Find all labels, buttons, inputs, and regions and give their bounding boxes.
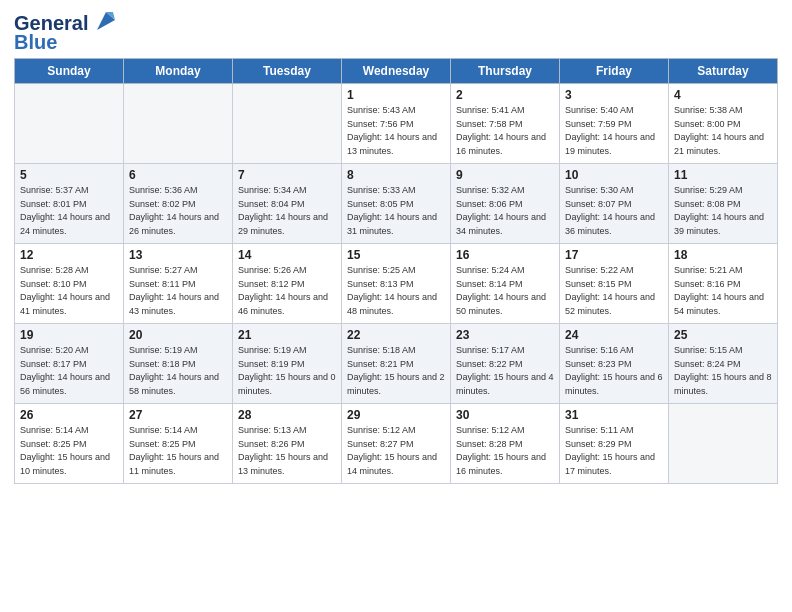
day-number: 24 bbox=[565, 328, 663, 342]
calendar-cell: 16Sunrise: 5:24 AMSunset: 8:14 PMDayligh… bbox=[451, 244, 560, 324]
calendar-cell: 18Sunrise: 5:21 AMSunset: 8:16 PMDayligh… bbox=[669, 244, 778, 324]
logo-text-general: General bbox=[14, 13, 88, 33]
header: General Blue bbox=[14, 10, 778, 52]
day-info: Sunrise: 5:24 AMSunset: 8:14 PMDaylight:… bbox=[456, 264, 554, 318]
calendar-cell: 19Sunrise: 5:20 AMSunset: 8:17 PMDayligh… bbox=[15, 324, 124, 404]
calendar-week-row: 1Sunrise: 5:43 AMSunset: 7:56 PMDaylight… bbox=[15, 84, 778, 164]
day-number: 15 bbox=[347, 248, 445, 262]
weekday-header-tuesday: Tuesday bbox=[233, 59, 342, 84]
day-info: Sunrise: 5:37 AMSunset: 8:01 PMDaylight:… bbox=[20, 184, 118, 238]
day-info: Sunrise: 5:38 AMSunset: 8:00 PMDaylight:… bbox=[674, 104, 772, 158]
day-number: 28 bbox=[238, 408, 336, 422]
day-info: Sunrise: 5:13 AMSunset: 8:26 PMDaylight:… bbox=[238, 424, 336, 478]
day-info: Sunrise: 5:22 AMSunset: 8:15 PMDaylight:… bbox=[565, 264, 663, 318]
calendar-cell: 1Sunrise: 5:43 AMSunset: 7:56 PMDaylight… bbox=[342, 84, 451, 164]
calendar-cell: 27Sunrise: 5:14 AMSunset: 8:25 PMDayligh… bbox=[124, 404, 233, 484]
day-number: 21 bbox=[238, 328, 336, 342]
day-number: 25 bbox=[674, 328, 772, 342]
calendar-cell: 3Sunrise: 5:40 AMSunset: 7:59 PMDaylight… bbox=[560, 84, 669, 164]
calendar-cell: 11Sunrise: 5:29 AMSunset: 8:08 PMDayligh… bbox=[669, 164, 778, 244]
day-info: Sunrise: 5:19 AMSunset: 8:19 PMDaylight:… bbox=[238, 344, 336, 398]
day-info: Sunrise: 5:11 AMSunset: 8:29 PMDaylight:… bbox=[565, 424, 663, 478]
calendar-cell: 25Sunrise: 5:15 AMSunset: 8:24 PMDayligh… bbox=[669, 324, 778, 404]
day-number: 20 bbox=[129, 328, 227, 342]
weekday-header-saturday: Saturday bbox=[669, 59, 778, 84]
day-number: 1 bbox=[347, 88, 445, 102]
calendar-cell: 20Sunrise: 5:19 AMSunset: 8:18 PMDayligh… bbox=[124, 324, 233, 404]
day-info: Sunrise: 5:29 AMSunset: 8:08 PMDaylight:… bbox=[674, 184, 772, 238]
day-number: 30 bbox=[456, 408, 554, 422]
day-info: Sunrise: 5:14 AMSunset: 8:25 PMDaylight:… bbox=[129, 424, 227, 478]
calendar-cell: 12Sunrise: 5:28 AMSunset: 8:10 PMDayligh… bbox=[15, 244, 124, 324]
day-number: 3 bbox=[565, 88, 663, 102]
weekday-header-row: SundayMondayTuesdayWednesdayThursdayFrid… bbox=[15, 59, 778, 84]
calendar-cell: 7Sunrise: 5:34 AMSunset: 8:04 PMDaylight… bbox=[233, 164, 342, 244]
calendar: SundayMondayTuesdayWednesdayThursdayFrid… bbox=[14, 58, 778, 484]
calendar-cell: 2Sunrise: 5:41 AMSunset: 7:58 PMDaylight… bbox=[451, 84, 560, 164]
calendar-cell: 26Sunrise: 5:14 AMSunset: 8:25 PMDayligh… bbox=[15, 404, 124, 484]
calendar-cell: 31Sunrise: 5:11 AMSunset: 8:29 PMDayligh… bbox=[560, 404, 669, 484]
day-number: 8 bbox=[347, 168, 445, 182]
calendar-cell: 10Sunrise: 5:30 AMSunset: 8:07 PMDayligh… bbox=[560, 164, 669, 244]
calendar-cell bbox=[233, 84, 342, 164]
day-info: Sunrise: 5:12 AMSunset: 8:28 PMDaylight:… bbox=[456, 424, 554, 478]
day-info: Sunrise: 5:19 AMSunset: 8:18 PMDaylight:… bbox=[129, 344, 227, 398]
day-info: Sunrise: 5:16 AMSunset: 8:23 PMDaylight:… bbox=[565, 344, 663, 398]
day-info: Sunrise: 5:28 AMSunset: 8:10 PMDaylight:… bbox=[20, 264, 118, 318]
day-info: Sunrise: 5:32 AMSunset: 8:06 PMDaylight:… bbox=[456, 184, 554, 238]
calendar-cell: 30Sunrise: 5:12 AMSunset: 8:28 PMDayligh… bbox=[451, 404, 560, 484]
day-number: 7 bbox=[238, 168, 336, 182]
calendar-cell: 22Sunrise: 5:18 AMSunset: 8:21 PMDayligh… bbox=[342, 324, 451, 404]
calendar-cell: 29Sunrise: 5:12 AMSunset: 8:27 PMDayligh… bbox=[342, 404, 451, 484]
day-info: Sunrise: 5:25 AMSunset: 8:13 PMDaylight:… bbox=[347, 264, 445, 318]
calendar-week-row: 26Sunrise: 5:14 AMSunset: 8:25 PMDayligh… bbox=[15, 404, 778, 484]
day-info: Sunrise: 5:15 AMSunset: 8:24 PMDaylight:… bbox=[674, 344, 772, 398]
weekday-header-sunday: Sunday bbox=[15, 59, 124, 84]
calendar-cell: 4Sunrise: 5:38 AMSunset: 8:00 PMDaylight… bbox=[669, 84, 778, 164]
day-info: Sunrise: 5:26 AMSunset: 8:12 PMDaylight:… bbox=[238, 264, 336, 318]
day-number: 26 bbox=[20, 408, 118, 422]
day-info: Sunrise: 5:20 AMSunset: 8:17 PMDaylight:… bbox=[20, 344, 118, 398]
day-info: Sunrise: 5:43 AMSunset: 7:56 PMDaylight:… bbox=[347, 104, 445, 158]
day-number: 2 bbox=[456, 88, 554, 102]
day-info: Sunrise: 5:33 AMSunset: 8:05 PMDaylight:… bbox=[347, 184, 445, 238]
day-info: Sunrise: 5:27 AMSunset: 8:11 PMDaylight:… bbox=[129, 264, 227, 318]
weekday-header-monday: Monday bbox=[124, 59, 233, 84]
calendar-cell: 9Sunrise: 5:32 AMSunset: 8:06 PMDaylight… bbox=[451, 164, 560, 244]
day-number: 5 bbox=[20, 168, 118, 182]
day-number: 14 bbox=[238, 248, 336, 262]
day-number: 27 bbox=[129, 408, 227, 422]
day-number: 13 bbox=[129, 248, 227, 262]
page: General Blue SundayMondayTuesdayWednesda… bbox=[0, 0, 792, 612]
day-number: 10 bbox=[565, 168, 663, 182]
calendar-cell bbox=[15, 84, 124, 164]
calendar-week-row: 12Sunrise: 5:28 AMSunset: 8:10 PMDayligh… bbox=[15, 244, 778, 324]
weekday-header-wednesday: Wednesday bbox=[342, 59, 451, 84]
weekday-header-friday: Friday bbox=[560, 59, 669, 84]
day-info: Sunrise: 5:40 AMSunset: 7:59 PMDaylight:… bbox=[565, 104, 663, 158]
calendar-cell: 13Sunrise: 5:27 AMSunset: 8:11 PMDayligh… bbox=[124, 244, 233, 324]
day-number: 19 bbox=[20, 328, 118, 342]
calendar-week-row: 19Sunrise: 5:20 AMSunset: 8:17 PMDayligh… bbox=[15, 324, 778, 404]
calendar-cell: 28Sunrise: 5:13 AMSunset: 8:26 PMDayligh… bbox=[233, 404, 342, 484]
day-number: 9 bbox=[456, 168, 554, 182]
day-number: 29 bbox=[347, 408, 445, 422]
day-number: 4 bbox=[674, 88, 772, 102]
day-info: Sunrise: 5:34 AMSunset: 8:04 PMDaylight:… bbox=[238, 184, 336, 238]
day-number: 18 bbox=[674, 248, 772, 262]
day-number: 31 bbox=[565, 408, 663, 422]
day-info: Sunrise: 5:21 AMSunset: 8:16 PMDaylight:… bbox=[674, 264, 772, 318]
day-number: 17 bbox=[565, 248, 663, 262]
calendar-week-row: 5Sunrise: 5:37 AMSunset: 8:01 PMDaylight… bbox=[15, 164, 778, 244]
day-info: Sunrise: 5:30 AMSunset: 8:07 PMDaylight:… bbox=[565, 184, 663, 238]
calendar-cell: 23Sunrise: 5:17 AMSunset: 8:22 PMDayligh… bbox=[451, 324, 560, 404]
calendar-cell: 24Sunrise: 5:16 AMSunset: 8:23 PMDayligh… bbox=[560, 324, 669, 404]
weekday-header-thursday: Thursday bbox=[451, 59, 560, 84]
day-info: Sunrise: 5:18 AMSunset: 8:21 PMDaylight:… bbox=[347, 344, 445, 398]
calendar-cell: 15Sunrise: 5:25 AMSunset: 8:13 PMDayligh… bbox=[342, 244, 451, 324]
day-number: 23 bbox=[456, 328, 554, 342]
calendar-cell: 6Sunrise: 5:36 AMSunset: 8:02 PMDaylight… bbox=[124, 164, 233, 244]
logo-icon bbox=[91, 6, 121, 36]
calendar-cell: 21Sunrise: 5:19 AMSunset: 8:19 PMDayligh… bbox=[233, 324, 342, 404]
calendar-cell bbox=[669, 404, 778, 484]
